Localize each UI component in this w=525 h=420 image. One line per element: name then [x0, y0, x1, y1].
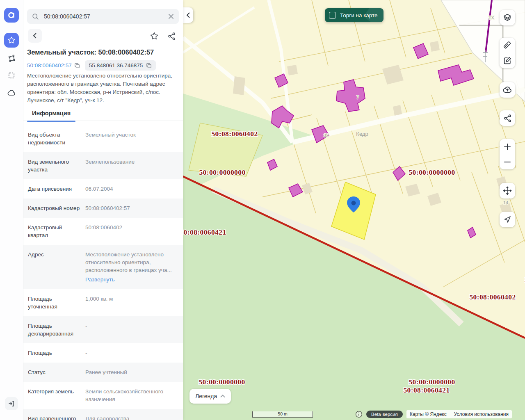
cadastral-label: 50:00:0000000 — [409, 378, 455, 386]
back-button[interactable] — [28, 29, 42, 43]
row-label: Вид объекта недвижимости — [28, 131, 80, 146]
row-label: Площадь — [28, 349, 80, 357]
map-place-label: ТХ — [489, 16, 494, 20]
locate-me-button[interactable] — [500, 212, 515, 227]
cadastral-number-link[interactable]: 50:08:0060402:57 — [27, 62, 80, 68]
cadastral-number-text: 50:08:0060402:57 — [27, 62, 72, 68]
page-title: Земельный участок: 50:08:0060402:57 — [27, 48, 180, 56]
edit-button[interactable] — [500, 53, 515, 68]
upload-button[interactable] — [500, 82, 515, 98]
table-row: АдресМестоположение установлено относите… — [23, 245, 183, 289]
pan-mode-button[interactable] — [500, 183, 515, 199]
rail-login-button[interactable] — [5, 397, 18, 410]
info-panel: Земельный участок: 50:08:0060402:57 50:0… — [23, 0, 183, 420]
star-icon — [150, 32, 159, 41]
map-graphics: Кедр73214ТХ 50:08:006040250:00:000000050… — [183, 0, 525, 420]
app-logo[interactable] — [4, 8, 19, 23]
info-icon[interactable] — [355, 411, 363, 418]
row-value: 1,000 кв. м — [85, 295, 178, 310]
rail-cloud-button[interactable] — [4, 86, 19, 100]
terms-link[interactable]: Условия использования — [454, 411, 509, 417]
plus-icon — [504, 143, 511, 151]
rail-area-select-button[interactable] — [4, 68, 19, 83]
layers-button[interactable] — [500, 10, 515, 25]
search-icon — [32, 13, 39, 20]
panel-tabs: Информация — [23, 106, 183, 121]
map-place-label: Кедр — [356, 131, 368, 137]
info-table: Вид объекта недвижимостиЗемельный участо… — [23, 125, 183, 420]
favorite-button[interactable] — [148, 30, 160, 42]
object-description: Местоположение установлено относительно … — [27, 72, 178, 105]
map-place-label: 14 — [503, 200, 508, 205]
copy-icon[interactable] — [74, 63, 80, 68]
share-icon — [503, 114, 512, 123]
ruler-button[interactable] — [500, 38, 515, 53]
zoom-out-button[interactable] — [500, 154, 515, 169]
table-row: Кадастровый квартал50:08:0060402 — [23, 218, 183, 245]
cadastral-label: 50:08:0060421 — [403, 386, 450, 394]
table-row: Площадь декларированная- — [23, 316, 183, 343]
ruler-icon — [503, 41, 512, 50]
zoom-in-button[interactable] — [500, 139, 515, 154]
search-input[interactable] — [43, 13, 164, 20]
map-canvas[interactable]: Кедр73214ТХ 50:08:006040250:00:000000050… — [183, 0, 525, 420]
share-map-button[interactable] — [500, 110, 515, 126]
row-value: Земельный участок — [85, 131, 178, 146]
row-label: Кадастровый квартал — [28, 224, 80, 239]
row-value: 50:08:0060402:57 — [85, 204, 178, 212]
map-attribution: Beta-версия Карты © Яндекс Условия испол… — [355, 410, 512, 418]
table-row: Категория земельЗемли сельскохозяйственн… — [23, 382, 183, 409]
checkbox-icon[interactable] — [329, 12, 336, 19]
table-row: Кадастровый номер50:08:0060402:57 — [23, 199, 183, 218]
legend-button[interactable]: Легенда — [189, 389, 231, 404]
map-place-label: 32 — [324, 133, 329, 138]
clear-search-icon[interactable] — [168, 14, 174, 19]
chevron-up-icon — [220, 395, 225, 398]
row-value: Ранее учтенный — [85, 368, 178, 376]
row-value: - — [85, 322, 178, 338]
star-icon — [7, 36, 16, 44]
rail-polygon-select-button[interactable] — [4, 51, 19, 66]
copy-icon[interactable] — [146, 63, 152, 68]
table-row: Вид разрешенного использованияДля садово… — [23, 409, 183, 420]
row-label: Дата присвоения — [28, 185, 80, 193]
dashed-square-icon — [7, 71, 16, 80]
row-label: Статус — [28, 368, 80, 376]
cadastral-label: 50:08:0060402 — [211, 130, 258, 138]
table-row: Площадь- — [23, 343, 183, 363]
table-row: Дата присвоения06.07.2004 — [23, 179, 183, 199]
table-row: СтатусРанее учтенный — [23, 363, 183, 382]
row-value: Землепользование — [85, 158, 178, 173]
rail-favorites-button[interactable] — [4, 33, 19, 48]
maps-copyright[interactable]: Карты © Яндекс — [410, 411, 447, 417]
gavel-watermark-icon — [363, 8, 383, 22]
zoom-controls — [500, 139, 515, 169]
scale-bar: 50 m — [252, 411, 313, 418]
row-value: 50:08:0060402 — [85, 224, 178, 239]
chevron-left-icon — [186, 12, 190, 18]
map-place-label: 7 — [356, 95, 359, 100]
trades-on-map-toggle[interactable]: Торги на карте — [325, 8, 383, 22]
search-bar[interactable] — [27, 9, 179, 24]
row-value: Местоположение установлено относительно … — [85, 251, 178, 283]
cadastral-label: 50:08:0060421 — [183, 228, 226, 236]
cadastral-label: 50:08:0060402 — [469, 293, 516, 301]
scale-label: 50 m — [278, 411, 287, 416]
layers-icon — [503, 13, 512, 22]
edit-icon — [503, 56, 512, 65]
panel-collapse-button[interactable] — [183, 7, 193, 23]
row-label: Площадь уточненная — [28, 295, 80, 310]
table-row: Площадь уточненная1,000 кв. м — [23, 289, 183, 316]
coordinates-chip[interactable]: 55.848061 36.746875 — [85, 60, 156, 71]
panel-toolbar — [28, 29, 178, 43]
cadastral-label: 50:00:0000000 — [409, 168, 455, 176]
cadastral-label: 50:00:0000000 — [199, 378, 245, 386]
share-icon — [167, 32, 176, 41]
share-object-button[interactable] — [166, 30, 177, 42]
expand-address-link[interactable]: Развернуть — [85, 276, 115, 283]
measure-edit-group — [500, 38, 515, 68]
row-label: Кадастровый номер — [28, 204, 80, 212]
move-icon — [503, 186, 512, 195]
minus-icon — [504, 158, 511, 166]
tab-information[interactable]: Информация — [27, 108, 75, 121]
